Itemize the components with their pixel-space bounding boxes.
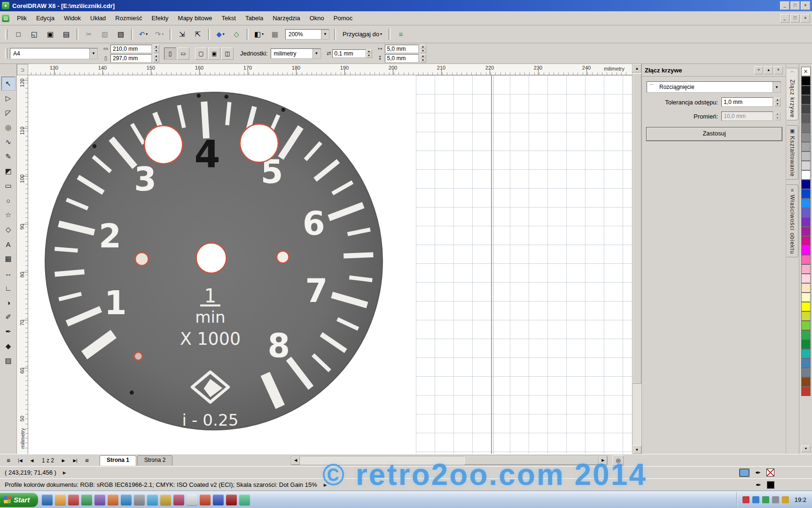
no-fill-indicator-icon[interactable] — [766, 468, 774, 476]
docker-tab-ksztaltowanie[interactable]: ▣Kształtowanie — [787, 125, 798, 180]
taskbar-app-icon[interactable] — [200, 494, 211, 505]
palette-swatch[interactable] — [801, 246, 811, 255]
outline-pen-icon[interactable]: ✒ — [755, 469, 761, 476]
view-mode-dropdown-icon[interactable]: ▾ — [262, 32, 264, 36]
previous-page-button[interactable]: ◀ — [26, 456, 38, 465]
doc-close-button[interactable]: × — [801, 14, 810, 23]
palette-swatch[interactable] — [801, 311, 811, 321]
docker-tab-wlasciwosci-obiektu[interactable]: ≡Właściwości obiektu — [787, 184, 798, 257]
taskbar-app-icon[interactable] — [226, 494, 237, 505]
taskbar-app-icon[interactable] — [213, 494, 224, 505]
palette-swatch[interactable] — [801, 104, 811, 114]
property-bar-grip[interactable] — [5, 48, 8, 59]
menu-widok[interactable]: Widok — [59, 13, 86, 24]
snap-to-dropdown[interactable]: Przyciągaj do ▾ — [339, 28, 386, 40]
taskbar-app-icon[interactable] — [55, 494, 66, 505]
docker-close-icon[interactable]: × — [774, 66, 783, 74]
minimize-button[interactable]: _ — [780, 1, 789, 10]
next-page-button[interactable]: ▶ — [58, 456, 69, 465]
palette-swatch[interactable] — [801, 208, 811, 217]
docker-collapse-icon[interactable]: ▴ — [764, 66, 773, 74]
tray-status-icon[interactable] — [782, 496, 789, 503]
interactive-fill-tool[interactable]: ▨ — [1, 354, 16, 368]
restore-button[interactable]: □ — [790, 1, 800, 10]
no-color-swatch[interactable]: ✕ — [801, 67, 811, 76]
nudge-offset-field[interactable]: 0,1 mm — [332, 49, 366, 58]
text-tool[interactable]: A — [1, 237, 16, 251]
palette-swatch[interactable] — [801, 264, 811, 274]
connector-tool[interactable]: ∟ — [1, 281, 16, 295]
artistic-media-tool[interactable]: ✎ — [1, 150, 16, 164]
taskbar-app-icon[interactable] — [42, 494, 53, 505]
palette-swatch[interactable] — [801, 321, 811, 330]
palette-swatch[interactable] — [801, 377, 811, 387]
current-page-button[interactable]: ▣ — [208, 48, 220, 60]
first-page-button[interactable]: |◀ — [15, 456, 26, 465]
palette-scroll-down-icon[interactable]: ▼ — [801, 445, 811, 452]
horizontal-scroll-thumb[interactable] — [464, 456, 599, 465]
menu-narz-dzia[interactable]: Narzędzia — [268, 13, 305, 24]
paper-height-spinner[interactable]: ▲▼ — [153, 54, 159, 63]
menu-pomoc[interactable]: Pomoc — [329, 13, 357, 24]
zoom-to-page-button[interactable]: ◎ — [612, 455, 624, 466]
nudge-offset-spinner[interactable]: ▲▼ — [366, 49, 372, 58]
taskbar-app-icon[interactable] — [239, 494, 250, 505]
tray-status-icon[interactable] — [772, 496, 779, 503]
tachometer-dial-bitmap[interactable]: 123456781minX 1000i - 0.25 — [38, 85, 390, 437]
units-combo[interactable]: milimetry ▼ — [271, 48, 321, 59]
palette-swatch[interactable] — [801, 170, 811, 180]
page-tab-strona-1[interactable]: Strona 1 — [100, 455, 136, 466]
profiles-flyout-icon[interactable]: ▶ — [324, 483, 327, 487]
join-mode-dropdown-icon[interactable]: ▼ — [773, 82, 781, 92]
vertical-scroll-thumb[interactable] — [632, 73, 641, 384]
start-button[interactable]: Start — [0, 492, 38, 507]
polygon-tool[interactable]: ☆ — [1, 208, 16, 222]
scroll-left-icon[interactable]: ◀ — [291, 456, 300, 465]
scroll-right-icon[interactable]: ▶ — [599, 456, 607, 465]
tolerance-spinner[interactable]: ▲▼ — [774, 98, 781, 106]
menu-tekst[interactable]: Tekst — [217, 13, 241, 24]
palette-swatch[interactable] — [801, 86, 811, 95]
page-tab-strona-2[interactable]: Strona 2 — [137, 455, 172, 466]
add-page-after-button[interactable]: ⊞ — [81, 456, 93, 465]
export-button[interactable]: ⇱ — [190, 28, 205, 41]
taskbar-app-icon[interactable] — [134, 494, 145, 505]
docker-tab-zlacz-krzywe[interactable]: ⌒Złącz krzywe — [787, 68, 798, 120]
save-document-button[interactable]: ▣ — [43, 28, 58, 41]
menu-okno[interactable]: Okno — [305, 13, 329, 24]
duplicate-x-spinner[interactable]: ▲▼ — [420, 45, 426, 53]
duplicate-distance-x-field[interactable]: 5,0 mm — [385, 45, 419, 53]
tray-status-icon[interactable] — [742, 496, 750, 503]
corel-connect-button[interactable]: ◇ — [229, 28, 244, 41]
palette-swatch[interactable] — [801, 349, 811, 358]
media-frame-button[interactable]: ▦ — [267, 28, 282, 41]
docker-flyout-icon[interactable]: » — [754, 66, 763, 74]
paper-size-combo[interactable]: A4 ▼ — [10, 48, 98, 59]
landscape-orientation-button[interactable]: ▭ — [177, 48, 189, 60]
doc-restore-button[interactable]: □ — [790, 14, 800, 23]
menu-plik[interactable]: Plik — [12, 13, 31, 24]
basic-shapes-tool[interactable]: ◇ — [1, 222, 16, 237]
ellipse-tool[interactable]: ○ — [1, 193, 16, 207]
add-page-before-button[interactable]: ⊞ — [3, 456, 14, 465]
smart-fill-tool[interactable]: ◩ — [1, 164, 16, 178]
tolerance-field[interactable]: 1,0 mm — [721, 97, 773, 107]
application-launcher-button[interactable]: ◆▾ — [213, 28, 228, 41]
outline-pen-tool[interactable]: ✒ — [1, 325, 16, 339]
scroll-up-icon[interactable]: ▲ — [632, 64, 641, 72]
menu-mapy-bitowe[interactable]: Mapy bitowe — [173, 13, 217, 24]
toolbar-grip[interactable] — [5, 29, 8, 40]
taskbar-app-icon[interactable] — [81, 494, 92, 505]
palette-swatch[interactable] — [801, 368, 811, 377]
undo-dropdown-icon[interactable]: ▾ — [146, 32, 148, 36]
palette-swatch[interactable] — [801, 236, 811, 246]
palette-swatch[interactable] — [801, 114, 811, 123]
palette-swatch[interactable] — [801, 151, 811, 161]
palette-swatch[interactable] — [801, 293, 811, 302]
ruler-origin-button[interactable]: ⊐ — [17, 64, 28, 75]
palette-swatch[interactable] — [801, 274, 811, 283]
portrait-orientation-button[interactable]: ▯ — [164, 48, 176, 60]
shape-tool[interactable]: ▷ — [1, 91, 16, 105]
paper-height-field[interactable]: 297,0 mm — [110, 54, 152, 63]
status-flyout-icon[interactable]: ▶ — [63, 470, 66, 475]
